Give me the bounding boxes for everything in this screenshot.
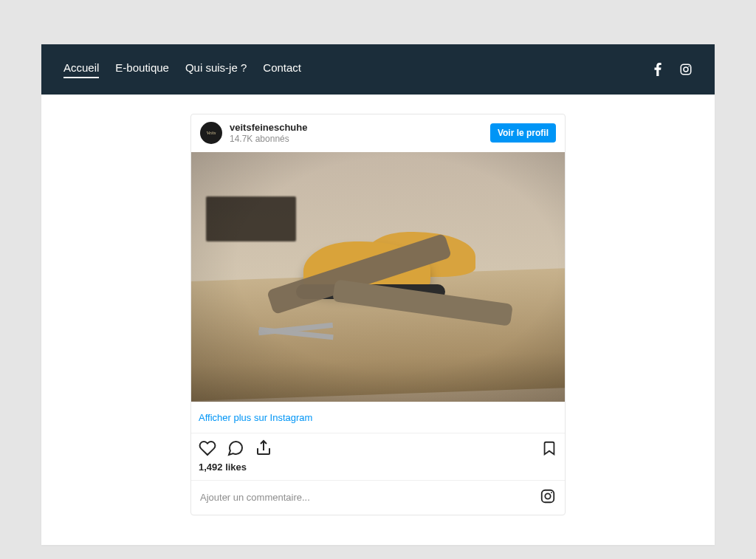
embed-image[interactable]: [191, 152, 565, 402]
svg-rect-0: [681, 64, 691, 75]
view-profile-button[interactable]: Voir le profil: [490, 123, 556, 143]
main-nav: Accueil E-boutique Qui suis-je ? Contact: [41, 44, 715, 95]
instagram-icon[interactable]: [540, 488, 556, 507]
svg-point-2: [688, 66, 690, 67]
nav-item-accueil[interactable]: Accueil: [63, 61, 99, 78]
svg-point-5: [551, 492, 552, 493]
likes-count[interactable]: 1,492 likes: [191, 460, 565, 480]
nav-item-contact[interactable]: Contact: [263, 61, 301, 78]
page-container: Accueil E-boutique Qui suis-je ? Contact…: [41, 44, 715, 545]
username[interactable]: veitsfeineschuhe: [230, 122, 483, 134]
show-more-row: Afficher plus sur Instagram: [191, 402, 565, 433]
instagram-icon[interactable]: [679, 63, 693, 76]
actions-row: [191, 433, 565, 460]
speech-bubble-icon[interactable]: [227, 439, 244, 457]
facebook-icon[interactable]: [654, 63, 662, 76]
svg-rect-3: [542, 490, 554, 502]
nav-left: Accueil E-boutique Qui suis-je ? Contact: [63, 61, 301, 78]
followers-count: 14.7K abonnés: [230, 134, 483, 144]
nav-item-qui-suis-je[interactable]: Qui suis-je ?: [185, 61, 247, 78]
instagram-embed-card: Veits veitsfeineschuhe 14.7K abonnés Voi…: [190, 114, 566, 515]
embed-header-text: veitsfeineschuhe 14.7K abonnés: [230, 122, 483, 145]
share-icon[interactable]: [255, 439, 272, 457]
comment-row: [191, 480, 565, 515]
heart-icon[interactable]: [199, 439, 216, 457]
svg-point-4: [545, 493, 550, 498]
avatar[interactable]: Veits: [200, 122, 222, 144]
svg-point-1: [684, 67, 688, 72]
comment-input[interactable]: [200, 492, 540, 503]
content-area: Veits veitsfeineschuhe 14.7K abonnés Voi…: [41, 95, 715, 545]
bookmark-icon[interactable]: [541, 440, 557, 456]
actions-left: [199, 439, 272, 457]
embed-header: Veits veitsfeineschuhe 14.7K abonnés Voi…: [191, 114, 565, 152]
nav-right: [654, 63, 693, 76]
show-more-link[interactable]: Afficher plus sur Instagram: [199, 412, 312, 423]
nav-item-eboutique[interactable]: E-boutique: [115, 61, 169, 78]
